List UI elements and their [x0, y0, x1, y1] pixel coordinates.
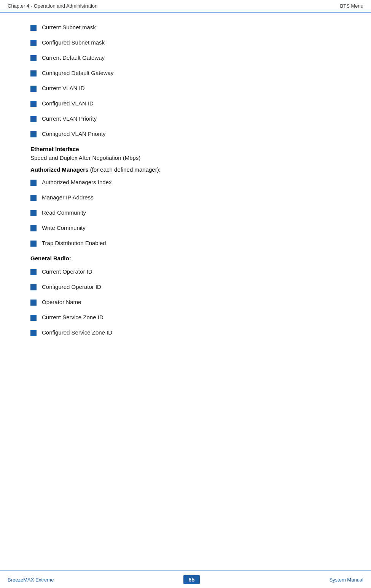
bullet-icon — [30, 25, 37, 31]
list-item: Configured Subnet mask — [30, 39, 341, 46]
list-item-label: Operator Name — [42, 299, 81, 305]
list-item-label: Current VLAN ID — [42, 85, 85, 91]
list-item: Current Operator ID — [30, 268, 341, 275]
list-item: Authorized Managers Index — [30, 179, 341, 186]
list-item-label: Configured VLAN ID — [42, 100, 94, 107]
list-item: Trap Distribution Enabled — [30, 240, 341, 247]
list-item: Current VLAN Priority — [30, 115, 341, 122]
authorized-managers-intro: Authorized Managers (for each defined ma… — [30, 166, 341, 173]
list-item: Configured VLAN ID — [30, 100, 341, 107]
footer-right: System Manual — [329, 577, 363, 583]
bullet-icon — [30, 210, 37, 216]
general-radio-heading: General Radio: — [30, 255, 341, 261]
list-item-label: Current VLAN Priority — [42, 115, 97, 122]
bullet-icon — [30, 70, 37, 76]
ethernet-interface-section: Ethernet Interface Speed and Duplex Afte… — [30, 146, 341, 161]
general-radio-colon: : — [69, 255, 71, 261]
list-item-label: Trap Distribution Enabled — [42, 240, 106, 246]
main-content: Current Subnet maskConfigured Subnet mas… — [0, 13, 371, 570]
bullet-icon — [30, 241, 37, 247]
list-item: Configured Default Gateway — [30, 70, 341, 76]
list-item: Configured Service Zone ID — [30, 329, 341, 336]
footer-left: BreezeMAX Extreme — [8, 577, 54, 583]
authorized-managers-suffix: (for each defined manager): — [89, 166, 161, 173]
authorized-managers-heading: Authorized Managers — [30, 166, 89, 173]
footer-page: 65 — [183, 575, 200, 584]
ethernet-interface-heading: Ethernet Interface — [30, 146, 341, 152]
general-radio-label: General Radio — [30, 255, 69, 261]
list-item-label: Current Operator ID — [42, 268, 92, 275]
bullet-icon — [30, 225, 37, 231]
bullet-icon — [30, 269, 37, 275]
list-item: Current VLAN ID — [30, 85, 341, 92]
list-item: Configured VLAN Priority — [30, 131, 341, 137]
bullet-icon — [30, 86, 37, 92]
header-bar: Chapter 4 - Operation and Administration… — [0, 0, 371, 13]
top-bullet-list: Current Subnet maskConfigured Subnet mas… — [30, 24, 341, 137]
header-right: BTS Menu — [340, 3, 363, 9]
bullet-icon — [30, 180, 37, 186]
header-left: Chapter 4 - Operation and Administration — [8, 3, 97, 9]
list-item: Current Default Gateway — [30, 54, 341, 61]
footer-bar: BreezeMAX Extreme 65 System Manual — [0, 570, 371, 588]
list-item-label: Manager IP Address — [42, 194, 94, 201]
ethernet-interface-subheading: Speed and Duplex After Negotiation (Mbps… — [30, 155, 341, 161]
list-item-label: Current Service Zone ID — [42, 314, 103, 320]
list-item-label: Read Community — [42, 209, 86, 216]
list-item-label: Configured Service Zone ID — [42, 329, 112, 336]
list-item: Configured Operator ID — [30, 284, 341, 290]
bullet-icon — [30, 40, 37, 46]
list-item-label: Configured Operator ID — [42, 284, 101, 290]
list-item-label: Current Subnet mask — [42, 24, 96, 30]
list-item-label: Write Community — [42, 225, 86, 231]
bullet-icon — [30, 131, 37, 137]
list-item-label: Authorized Managers Index — [42, 179, 111, 185]
list-item: Operator Name — [30, 299, 341, 306]
bullet-icon — [30, 284, 37, 290]
bullet-icon — [30, 195, 37, 201]
list-item-label: Configured Default Gateway — [42, 70, 113, 76]
list-item: Manager IP Address — [30, 194, 341, 201]
list-item-label: Current Default Gateway — [42, 54, 105, 61]
list-item: Current Subnet mask — [30, 24, 341, 31]
list-item-label: Configured Subnet mask — [42, 39, 105, 46]
bullet-icon — [30, 315, 37, 321]
bullet-icon — [30, 300, 37, 306]
bullet-icon — [30, 101, 37, 107]
bullet-icon — [30, 55, 37, 61]
list-item-label: Configured VLAN Priority — [42, 131, 106, 137]
bullet-icon — [30, 330, 37, 336]
authorized-managers-list: Authorized Managers IndexManager IP Addr… — [30, 179, 341, 247]
list-item: Write Community — [30, 225, 341, 231]
bullet-icon — [30, 116, 37, 122]
list-item: Read Community — [30, 209, 341, 216]
general-radio-list: Current Operator IDConfigured Operator I… — [30, 268, 341, 336]
list-item: Current Service Zone ID — [30, 314, 341, 321]
